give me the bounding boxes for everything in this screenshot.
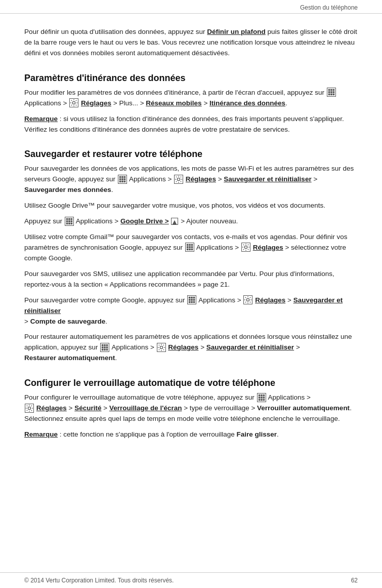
svg-rect-18 [124, 180, 126, 182]
svg-rect-41 [191, 297, 193, 299]
svg-rect-65 [263, 397, 265, 399]
svg-point-39 [244, 246, 247, 249]
svg-rect-14 [121, 178, 123, 180]
section-backup-para2: Utilisez Google Drive™ pour sauvegarder … [24, 201, 358, 211]
svg-rect-32 [191, 244, 193, 246]
svg-rect-20 [66, 218, 68, 220]
section-backup-para3: Appuyez sur Applications > Google Drive … [24, 216, 358, 227]
svg-rect-13 [119, 178, 121, 180]
svg-rect-31 [189, 244, 191, 246]
section-roaming: Paramètres d'itinérance des données Pour… [24, 73, 358, 135]
svg-rect-15 [124, 178, 126, 180]
svg-rect-8 [332, 94, 334, 96]
intro-paragraph: Pour définir un quota d'utilisation des … [24, 27, 358, 59]
svg-rect-11 [121, 176, 123, 178]
svg-rect-46 [189, 301, 191, 303]
settings-icon-1 [69, 98, 78, 107]
svg-point-69 [28, 407, 30, 409]
section-lock-title: Configurer le verrouillage automatique d… [24, 378, 358, 388]
svg-point-9 [73, 101, 75, 104]
svg-rect-56 [102, 348, 104, 350]
svg-rect-12 [124, 176, 126, 178]
svg-rect-64 [261, 397, 263, 399]
page-header: Gestion du téléphone [0, 0, 382, 14]
svg-rect-30 [186, 244, 188, 246]
svg-rect-52 [106, 344, 108, 346]
svg-rect-7 [330, 94, 332, 96]
svg-rect-17 [121, 180, 123, 182]
apps-icon-3 [65, 217, 74, 226]
section-lock-para1: Pour configurer le verrouillage automati… [24, 393, 358, 424]
apps-icon-2 [118, 175, 127, 184]
apps-icon-4 [185, 243, 194, 252]
section-backup-para5: Pour sauvegarder vos SMS, utilisez une a… [24, 269, 358, 290]
svg-rect-4 [330, 91, 332, 93]
svg-rect-2 [332, 89, 334, 91]
svg-rect-24 [68, 220, 70, 222]
svg-rect-63 [258, 397, 260, 399]
svg-rect-54 [104, 346, 106, 348]
footer-page: 62 [351, 577, 358, 584]
section-roaming-note: Remarque : si vous utilisez la fonction … [24, 114, 358, 135]
section-lock-note: Remarque : cette fonction ne s'applique … [24, 429, 358, 440]
section-backup-title: Sauvegarder et restaurer votre téléphone [24, 149, 358, 160]
svg-rect-57 [104, 348, 106, 350]
svg-rect-37 [189, 249, 191, 251]
gdrive-icon [171, 218, 178, 225]
svg-rect-36 [186, 249, 188, 251]
svg-rect-3 [328, 91, 330, 93]
svg-rect-45 [193, 299, 195, 301]
svg-marker-29 [173, 220, 177, 224]
svg-point-49 [247, 298, 249, 301]
svg-point-59 [160, 346, 162, 348]
svg-rect-27 [68, 222, 70, 224]
settings-icon-4 [243, 295, 252, 304]
settings-icon-3 [241, 243, 250, 252]
svg-rect-16 [119, 180, 121, 182]
section-backup-para4: Utilisez votre compte Gmail™ pour sauveg… [24, 232, 358, 264]
svg-rect-68 [263, 399, 265, 401]
svg-rect-0 [328, 89, 330, 91]
svg-rect-35 [191, 247, 193, 249]
svg-rect-21 [68, 218, 70, 220]
svg-rect-50 [102, 344, 104, 346]
svg-rect-61 [261, 394, 263, 396]
settings-icon-5 [157, 343, 166, 352]
page-content: Pour définir un quota d'utilisation des … [0, 14, 382, 476]
svg-rect-48 [193, 301, 195, 303]
svg-rect-6 [328, 94, 330, 96]
svg-rect-44 [191, 299, 193, 301]
svg-rect-38 [191, 249, 193, 251]
svg-rect-10 [119, 176, 121, 178]
section-roaming-para1: Pour modifier les paramètres de vos donn… [24, 88, 358, 109]
apps-icon-5 [187, 295, 196, 304]
svg-rect-51 [104, 344, 106, 346]
svg-rect-25 [70, 220, 72, 222]
apps-icon-6 [100, 343, 109, 352]
section-backup: Sauvegarder et restaurer votre téléphone… [24, 149, 358, 364]
apps-icon [327, 88, 336, 97]
svg-rect-23 [66, 220, 68, 222]
svg-rect-42 [193, 297, 195, 299]
svg-point-19 [177, 178, 180, 180]
svg-rect-33 [186, 247, 188, 249]
section-lock: Configurer le verrouillage automatique d… [24, 378, 358, 440]
svg-rect-5 [332, 91, 334, 93]
settings-icon-6 [25, 404, 34, 413]
page-footer: © 2014 Vertu Corporation Limited. Tous d… [0, 572, 382, 588]
svg-rect-1 [330, 89, 332, 91]
svg-rect-34 [189, 247, 191, 249]
header-title: Gestion du téléphone [300, 4, 358, 11]
svg-rect-47 [191, 301, 193, 303]
svg-rect-26 [66, 222, 68, 224]
section-roaming-title: Paramètres d'itinérance des données [24, 73, 358, 84]
svg-rect-67 [261, 399, 263, 401]
section-backup-para7: Pour restaurer automatiquement les param… [24, 332, 358, 364]
footer-copyright: © 2014 Vertu Corporation Limited. Tous d… [24, 577, 174, 584]
svg-rect-43 [189, 299, 191, 301]
section-backup-para1: Pour sauvegarder les données de vos appl… [24, 164, 358, 195]
svg-rect-62 [263, 394, 265, 396]
svg-rect-53 [102, 346, 104, 348]
svg-rect-40 [189, 297, 191, 299]
svg-rect-22 [70, 218, 72, 220]
